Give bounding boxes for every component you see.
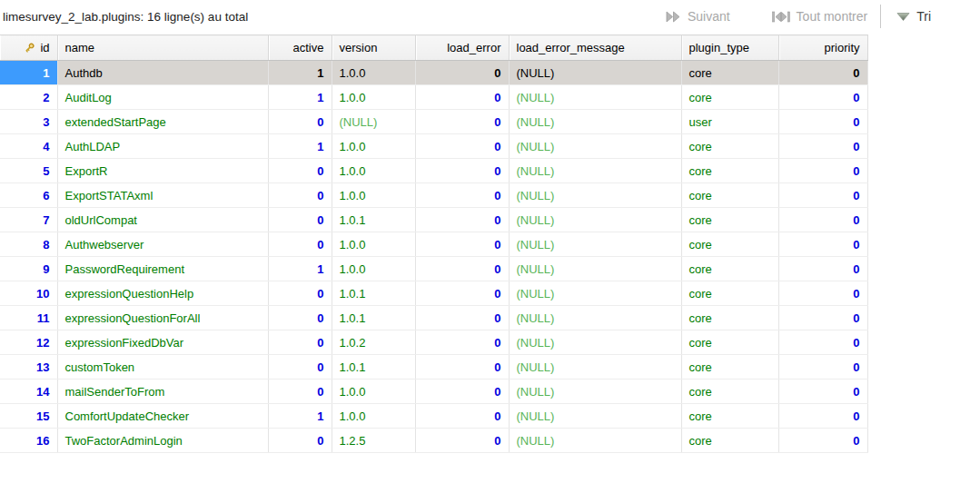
column-header-active[interactable]: active — [268, 35, 332, 61]
cell-load_error_message[interactable]: (NULL) — [509, 429, 681, 453]
table-row[interactable]: 10expressionQuestionHelp01.0.10(NULL)cor… — [0, 281, 867, 306]
cell-name[interactable]: customToken — [57, 355, 268, 380]
cell-plugin_type[interactable]: core — [681, 85, 778, 110]
cell-load_error[interactable]: 0 — [415, 404, 509, 429]
cell-active[interactable]: 0 — [268, 330, 332, 355]
cell-load_error_message[interactable]: (NULL) — [509, 134, 681, 159]
cell-priority[interactable]: 0 — [778, 61, 867, 85]
column-header-priority[interactable]: priority — [778, 35, 867, 61]
cell-load_error_message[interactable]: (NULL) — [509, 257, 681, 281]
cell-load_error_message[interactable]: (NULL) — [509, 232, 681, 257]
cell-version[interactable]: 1.0.0 — [332, 257, 415, 281]
table-row[interactable]: 7oldUrlCompat01.0.10(NULL)core0 — [0, 208, 867, 232]
cell-name[interactable]: expressionQuestionForAll — [57, 306, 268, 330]
cell-active[interactable]: 1 — [268, 134, 332, 159]
cell-priority[interactable]: 0 — [778, 257, 867, 281]
cell-name[interactable]: AuditLog — [57, 85, 268, 110]
table-row[interactable]: 1Authdb11.0.00(NULL)core0 — [0, 61, 867, 85]
cell-active[interactable]: 0 — [268, 159, 332, 183]
cell-load_error[interactable]: 0 — [415, 330, 509, 355]
cell-load_error_message[interactable]: (NULL) — [509, 404, 681, 429]
cell-version[interactable]: 1.0.0 — [332, 404, 415, 429]
cell-active[interactable]: 1 — [268, 257, 332, 281]
table-row[interactable]: 16TwoFactorAdminLogin01.2.50(NULL)core0 — [0, 429, 867, 453]
cell-active[interactable]: 0 — [268, 380, 332, 404]
cell-load_error[interactable]: 0 — [415, 429, 509, 453]
cell-load_error_message[interactable]: (NULL) — [509, 159, 681, 183]
cell-load_error[interactable]: 0 — [415, 85, 509, 110]
cell-id[interactable]: 15 — [0, 404, 57, 429]
cell-name[interactable]: ComfortUpdateChecker — [57, 404, 268, 429]
cell-active[interactable]: 1 — [268, 404, 332, 429]
cell-load_error[interactable]: 0 — [415, 134, 509, 159]
cell-load_error[interactable]: 0 — [415, 355, 509, 380]
cell-id[interactable]: 2 — [0, 85, 57, 110]
cell-version[interactable]: 1.0.0 — [332, 159, 415, 183]
table-row[interactable]: 4AuthLDAP11.0.00(NULL)core0 — [0, 134, 867, 159]
cell-plugin_type[interactable]: user — [681, 110, 778, 134]
cell-active[interactable]: 0 — [268, 355, 332, 380]
cell-plugin_type[interactable]: core — [681, 232, 778, 257]
table-row[interactable]: 15ComfortUpdateChecker11.0.00(NULL)core0 — [0, 404, 867, 429]
cell-id[interactable]: 10 — [0, 281, 57, 306]
cell-name[interactable]: extendedStartPage — [57, 110, 268, 134]
cell-plugin_type[interactable]: core — [681, 355, 778, 380]
cell-id[interactable]: 5 — [0, 159, 57, 183]
cell-id[interactable]: 7 — [0, 208, 57, 232]
cell-active[interactable]: 0 — [268, 208, 332, 232]
cell-version[interactable]: 1.0.0 — [332, 85, 415, 110]
cell-id[interactable]: 11 — [0, 306, 57, 330]
cell-plugin_type[interactable]: core — [681, 183, 778, 208]
table-row[interactable]: 11expressionQuestionForAll01.0.10(NULL)c… — [0, 306, 867, 330]
cell-plugin_type[interactable]: core — [681, 330, 778, 355]
cell-load_error[interactable]: 0 — [415, 159, 509, 183]
cell-plugin_type[interactable]: core — [681, 159, 778, 183]
cell-load_error_message[interactable]: (NULL) — [509, 281, 681, 306]
cell-version[interactable]: 1.0.1 — [332, 355, 415, 380]
cell-active[interactable]: 0 — [268, 232, 332, 257]
cell-load_error_message[interactable]: (NULL) — [509, 208, 681, 232]
show-all-button[interactable]: Tout montrer — [772, 9, 868, 24]
cell-name[interactable]: Authdb — [57, 61, 268, 85]
cell-name[interactable]: ExportR — [57, 159, 268, 183]
cell-name[interactable]: TwoFactorAdminLogin — [57, 429, 268, 453]
cell-load_error[interactable]: 0 — [415, 232, 509, 257]
table-row[interactable]: 13customToken01.0.10(NULL)core0 — [0, 355, 867, 380]
cell-priority[interactable]: 0 — [778, 159, 867, 183]
cell-plugin_type[interactable]: core — [681, 429, 778, 453]
table-row[interactable]: 5ExportR01.0.00(NULL)core0 — [0, 159, 867, 183]
cell-plugin_type[interactable]: core — [681, 281, 778, 306]
cell-version[interactable]: 1.0.0 — [332, 232, 415, 257]
column-header-id[interactable]: id — [0, 35, 57, 61]
cell-plugin_type[interactable]: core — [681, 61, 778, 85]
table-row[interactable]: 9PasswordRequirement11.0.00(NULL)core0 — [0, 257, 867, 281]
cell-plugin_type[interactable]: core — [681, 306, 778, 330]
cell-load_error_message[interactable]: (NULL) — [509, 306, 681, 330]
cell-load_error_message[interactable]: (NULL) — [509, 61, 681, 85]
cell-version[interactable]: 1.0.0 — [332, 61, 415, 85]
cell-version[interactable]: 1.0.1 — [332, 208, 415, 232]
cell-version[interactable]: 1.0.2 — [332, 330, 415, 355]
cell-version[interactable]: 1.2.5 — [332, 429, 415, 453]
cell-plugin_type[interactable]: core — [681, 257, 778, 281]
cell-name[interactable]: AuthLDAP — [57, 134, 268, 159]
cell-version[interactable]: 1.0.0 — [332, 183, 415, 208]
cell-plugin_type[interactable]: core — [681, 208, 778, 232]
cell-load_error[interactable]: 0 — [415, 380, 509, 404]
cell-id[interactable]: 12 — [0, 330, 57, 355]
table-row[interactable]: 12expressionFixedDbVar01.0.20(NULL)core0 — [0, 330, 867, 355]
cell-id[interactable]: 1 — [0, 61, 57, 85]
cell-load_error[interactable]: 0 — [415, 306, 509, 330]
cell-priority[interactable]: 0 — [778, 404, 867, 429]
next-button[interactable]: Suivant — [666, 9, 730, 24]
cell-priority[interactable]: 0 — [778, 306, 867, 330]
cell-priority[interactable]: 0 — [778, 183, 867, 208]
cell-priority[interactable]: 0 — [778, 85, 867, 110]
cell-name[interactable]: expressionFixedDbVar — [57, 330, 268, 355]
cell-active[interactable]: 0 — [268, 281, 332, 306]
column-header-load-error[interactable]: load_error — [415, 35, 509, 61]
cell-priority[interactable]: 0 — [778, 281, 867, 306]
cell-id[interactable]: 6 — [0, 183, 57, 208]
cell-load_error_message[interactable]: (NULL) — [509, 85, 681, 110]
sort-button[interactable]: Tri — [896, 9, 931, 24]
